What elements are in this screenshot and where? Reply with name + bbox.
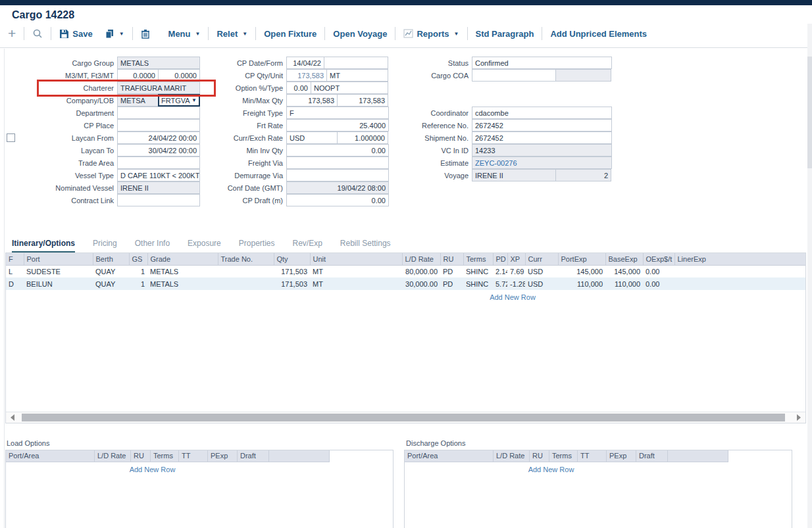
- cell-curr[interactable]: USD: [525, 277, 558, 290]
- department-field[interactable]: [117, 107, 200, 119]
- cell-f[interactable]: L: [6, 265, 24, 277]
- cell-unit[interactable]: MT: [310, 265, 402, 277]
- cell-grade[interactable]: METALS: [147, 277, 218, 290]
- cell-trade-no[interactable]: [218, 265, 274, 277]
- cell-portexp[interactable]: 145,000: [558, 265, 605, 277]
- estimate-link[interactable]: ZEYC-00276: [472, 156, 612, 169]
- search-button[interactable]: [31, 28, 44, 39]
- tab-other-info[interactable]: Other Info: [135, 239, 170, 253]
- tab-rev-exp[interactable]: Rev/Exp: [293, 239, 322, 253]
- laycan-checkbox[interactable]: [7, 133, 15, 142]
- open-fixture-button[interactable]: Open Fixture: [263, 29, 318, 39]
- cargo-coa-field[interactable]: [472, 69, 556, 82]
- cell-oexp[interactable]: 0.00: [643, 277, 674, 290]
- cell-port[interactable]: BEILUN: [24, 277, 93, 290]
- cell-baseexp[interactable]: 145,000: [605, 265, 643, 277]
- reference-no-field[interactable]: 2672452: [472, 119, 612, 132]
- cell-gs[interactable]: 1: [129, 277, 147, 290]
- coordinator-field[interactable]: cdacombe: [472, 107, 612, 119]
- cell-port[interactable]: SUDESTE: [24, 265, 93, 277]
- option-type-field[interactable]: NOOPT: [311, 82, 388, 94]
- add-unpriced-elements-button[interactable]: Add Unpriced Elements: [549, 29, 648, 39]
- exch-rate-field[interactable]: 1.000000: [337, 132, 388, 144]
- cp-date-field[interactable]: 14/04/22: [286, 57, 324, 69]
- cell-qty[interactable]: 171,503: [274, 277, 310, 290]
- cp-unit-field[interactable]: MT: [326, 69, 388, 82]
- tab-exposure[interactable]: Exposure: [188, 239, 221, 253]
- demurrage-via-field[interactable]: [286, 169, 389, 181]
- itinerary-row-discharge[interactable]: D BEILUN QUAY 1 METALS 171,503 MT 30,000…: [6, 277, 805, 290]
- cell-portexp[interactable]: 110,000: [558, 277, 605, 290]
- option-pct-field[interactable]: 0.00: [286, 82, 311, 94]
- add-button[interactable]: +: [7, 27, 17, 40]
- scroll-right-arrow-icon[interactable]: [797, 414, 801, 421]
- itinerary-row-load[interactable]: L SUDESTE QUAY 1 METALS 171,503 MT 80,00…: [6, 265, 805, 277]
- shipment-no-field[interactable]: 2672452: [472, 132, 612, 144]
- cell-oexp[interactable]: 0.00: [643, 265, 674, 277]
- curr-exch-rate-label: Curr/Exch Rate: [218, 134, 286, 142]
- horizontal-scrollbar[interactable]: [6, 412, 805, 423]
- cell-f[interactable]: D: [6, 277, 24, 290]
- tab-rebill-settings[interactable]: Rebill Settings: [340, 239, 391, 253]
- cell-curr[interactable]: USD: [525, 265, 558, 277]
- currency-field[interactable]: USD: [286, 132, 338, 144]
- save-button[interactable]: Save: [58, 29, 93, 39]
- cell-baseexp[interactable]: 110,000: [605, 277, 643, 290]
- tab-itinerary-options[interactable]: Itinerary/Options: [12, 239, 75, 253]
- status-field[interactable]: Confirmed: [472, 57, 612, 69]
- cell-linerexp[interactable]: [674, 277, 805, 290]
- cell-ld-rate[interactable]: 80,000.00: [402, 265, 440, 277]
- cell-berth[interactable]: QUAY: [93, 277, 129, 290]
- max-qty-field[interactable]: 173,583: [337, 94, 388, 107]
- frt-rate-field[interactable]: 25.4000: [286, 119, 389, 132]
- contract-link-field[interactable]: [117, 194, 200, 206]
- copy-button[interactable]: ▼: [103, 29, 126, 39]
- m3mt-field-1[interactable]: 0.0000: [117, 69, 159, 82]
- cell-xp[interactable]: 7.69: [507, 265, 525, 277]
- cell-ru[interactable]: PD: [440, 277, 463, 290]
- cell-trade-no[interactable]: [218, 277, 274, 290]
- menu-button[interactable]: Menu ▼: [167, 29, 202, 39]
- relet-button[interactable]: Relet ▼: [215, 29, 249, 39]
- vessel-type-field[interactable]: D CAPE 110KT < 200KT: [117, 169, 200, 181]
- cell-linerexp[interactable]: [674, 265, 805, 277]
- cp-form-field[interactable]: [324, 57, 388, 69]
- freight-type-field[interactable]: F: [286, 107, 389, 119]
- cell-terms[interactable]: SHINC: [463, 277, 493, 290]
- min-inv-qty-field[interactable]: 0.00: [286, 144, 389, 156]
- itinerary-add-new-row-link[interactable]: Add New Row: [6, 290, 805, 301]
- cell-pd[interactable]: 5.72: [493, 277, 507, 290]
- discharge-options-add-new-row-link[interactable]: Add New Row: [405, 462, 698, 473]
- cell-pd[interactable]: 2.14: [493, 265, 507, 277]
- open-voyage-button[interactable]: Open Voyage: [332, 29, 388, 39]
- trade-area-field[interactable]: [117, 156, 200, 169]
- cp-place-field[interactable]: [117, 119, 200, 132]
- tab-properties[interactable]: Properties: [239, 239, 275, 253]
- cell-qty[interactable]: 171,503: [274, 265, 310, 277]
- laycan-from-field[interactable]: 24/04/22 00:00: [117, 132, 200, 144]
- cell-ru[interactable]: PD: [440, 265, 463, 277]
- freight-via-field[interactable]: [286, 156, 389, 169]
- cell-grade[interactable]: METALS: [147, 265, 218, 277]
- delete-button[interactable]: [140, 29, 151, 39]
- cell-gs[interactable]: 1: [129, 265, 147, 277]
- cell-xp[interactable]: -1.28: [507, 277, 525, 290]
- tab-pricing[interactable]: Pricing: [93, 239, 117, 253]
- scroll-left-arrow-icon[interactable]: [11, 414, 14, 421]
- cp-draft-field[interactable]: 0.00: [286, 194, 389, 206]
- scrollbar-thumb[interactable]: [22, 414, 785, 421]
- cell-unit[interactable]: MT: [310, 277, 402, 290]
- vertical-scrollbar-thumb[interactable]: [807, 57, 812, 168]
- cp-qty-field[interactable]: 173,583: [286, 69, 327, 82]
- lob-dropdown[interactable]: FRTGVA ▼: [158, 94, 200, 107]
- load-options-add-new-row-link[interactable]: Add New Row: [6, 462, 299, 473]
- cell-terms[interactable]: SHINC: [463, 265, 493, 277]
- reports-button[interactable]: Reports ▼: [402, 29, 460, 39]
- min-qty-field[interactable]: 173,583: [286, 94, 338, 107]
- std-paragraph-button[interactable]: Std Paragraph: [474, 29, 536, 39]
- m3mt-field-2[interactable]: 0.0000: [158, 69, 200, 82]
- laycan-to-field[interactable]: 30/04/22 00:00: [117, 144, 200, 156]
- vertical-scrollbar[interactable]: [807, 24, 812, 528]
- cell-ld-rate[interactable]: 30,000.00: [402, 277, 440, 290]
- cell-berth[interactable]: QUAY: [93, 265, 129, 277]
